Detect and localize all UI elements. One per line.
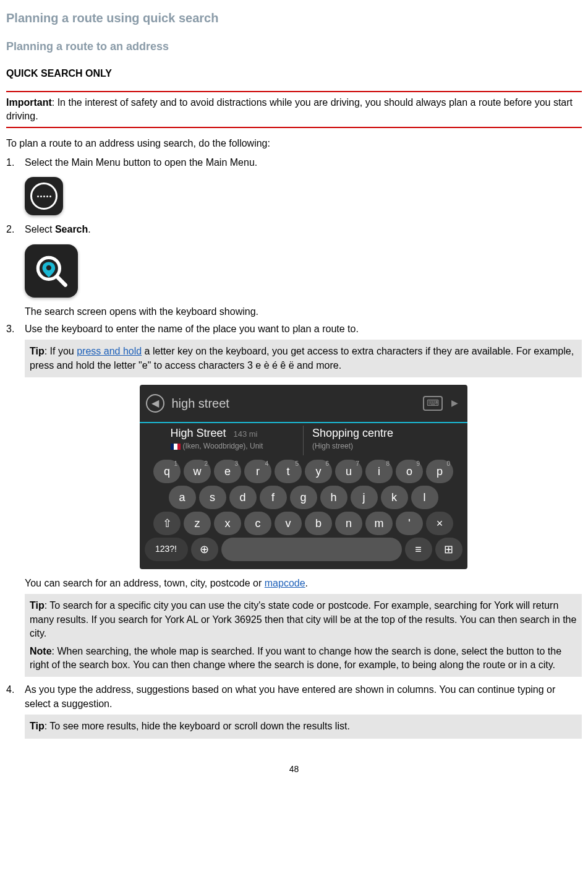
key-m: m: [365, 512, 393, 535]
key-u: u7: [335, 460, 362, 483]
key-y: y6: [305, 460, 332, 483]
mode-key: 123?!: [145, 538, 188, 561]
key-r: r4: [244, 460, 271, 483]
key-i: i8: [365, 460, 393, 483]
key-s: s: [199, 486, 226, 509]
keyboard-keys: q1w2e3r4t5y6u7i8o9p0 asdfghjkl ⇧zxcvbnm'…: [140, 458, 467, 565]
key-t: t5: [275, 460, 302, 483]
flag-icon: [171, 444, 181, 450]
space-key: [221, 538, 402, 561]
step-3: Use the keyboard to enter the name of th…: [6, 322, 582, 677]
keyboard-screenshot: ◀ high street ⌨ ▶ High Street 143 mi (Ik…: [140, 385, 467, 569]
step-1-text: Select the Main Menu button to open the …: [25, 156, 582, 170]
heading-level-2: Planning a route to an address: [6, 39, 582, 54]
key-p: p0: [426, 460, 453, 483]
key-d: d: [229, 486, 257, 509]
step-1: Select the Main Menu button to open the …: [6, 156, 582, 215]
delete-key: ×: [426, 512, 453, 535]
key-f: f: [260, 486, 287, 509]
result-column-1: High Street 143 mi (Iken, Woodbridge), U…: [171, 426, 295, 455]
search-icon: [25, 244, 78, 298]
step-4: As you type the address, suggestions bas…: [6, 683, 582, 738]
step-2: Select Search. The search screen opens w…: [6, 223, 582, 319]
shift-key: ⇧: [153, 512, 181, 535]
search-input-value: high street: [172, 395, 417, 412]
key-k: k: [381, 486, 408, 509]
key-j: j: [351, 486, 378, 509]
key-a: a: [169, 486, 196, 509]
arrow-right-icon: ▶: [449, 396, 461, 411]
page-number: 48: [6, 763, 582, 776]
note-label: Note: [30, 646, 52, 656]
result2-sub: (High street): [312, 441, 437, 452]
heading-level-1: Planning a route using quick search: [6, 9, 582, 27]
tip-box-1: Tip: If you press and hold a letter key …: [25, 340, 582, 377]
intro-text: To plan a route to an address using sear…: [6, 137, 582, 150]
key-w: w2: [184, 460, 211, 483]
steps-list: Select the Main Menu button to open the …: [6, 156, 582, 739]
tip-label: Tip: [30, 721, 45, 731]
note2-text: : When searching, the whole map is searc…: [30, 646, 561, 670]
key-b: b: [305, 512, 332, 535]
key-l: l: [411, 486, 438, 509]
step-4-text: As you type the address, suggestions bas…: [25, 683, 582, 711]
key-n: n: [335, 512, 362, 535]
main-menu-icon: [25, 177, 63, 215]
keyboard-toggle-icon: ⌨: [423, 396, 443, 411]
key-c: c: [244, 512, 271, 535]
key-o: o9: [396, 460, 423, 483]
tip-label: Tip: [30, 600, 45, 611]
key-': ': [396, 512, 423, 535]
done-icon: ⊞: [435, 538, 462, 561]
result1-sub: (Iken, Woodbridge), Unit: [183, 442, 263, 450]
step-3-after-prefix: You can search for an address, town, cit…: [25, 578, 265, 588]
key-e: e3: [214, 460, 241, 483]
result1-unit: mi: [249, 429, 258, 439]
important-callout: Important: In the interest of safety and…: [6, 91, 582, 129]
step-2-after: The search screen opens with the keyboar…: [25, 305, 582, 319]
result-column-2: Shopping centre (High street): [312, 426, 437, 455]
tip-box-2: Tip: To search for a specific city you c…: [25, 594, 582, 677]
step-2-bold: Search: [55, 224, 88, 234]
key-x: x: [214, 512, 241, 535]
step-2-suffix: .: [88, 224, 90, 234]
tip-label: Tip: [30, 346, 45, 356]
step-3-after-suffix: .: [305, 578, 308, 588]
key-z: z: [184, 512, 211, 535]
key-h: h: [320, 486, 347, 509]
important-text: : In the interest of safety and to avoid…: [6, 97, 573, 121]
result2-title: Shopping centre: [312, 426, 437, 441]
back-icon: ◀: [146, 394, 164, 413]
tip1-prefix: : If you: [45, 346, 77, 356]
result1-title: High Street: [171, 427, 226, 439]
important-label: Important: [6, 97, 52, 108]
svg-line-1: [57, 277, 65, 285]
tip-box-3: Tip: To see more results, hide the keybo…: [25, 715, 582, 738]
svg-point-2: [46, 265, 51, 270]
key-g: g: [290, 486, 317, 509]
menu-icon: ≡: [405, 538, 432, 561]
tip2-text: : To search for a specific city you can …: [30, 600, 576, 638]
key-v: v: [275, 512, 302, 535]
step-3-text: Use the keyboard to enter the name of th…: [25, 322, 582, 336]
tip3-text: : To see more results, hide the keyboard…: [45, 721, 350, 731]
step-2-prefix: Select: [25, 224, 55, 234]
heading-level-3: QUICK SEARCH ONLY: [6, 67, 582, 80]
result1-distance: 143: [233, 429, 247, 439]
globe-icon: ⊕: [191, 538, 218, 561]
mapcode-link[interactable]: mapcode: [265, 578, 305, 588]
press-and-hold-link[interactable]: press and hold: [77, 346, 142, 356]
key-q: q1: [153, 460, 181, 483]
